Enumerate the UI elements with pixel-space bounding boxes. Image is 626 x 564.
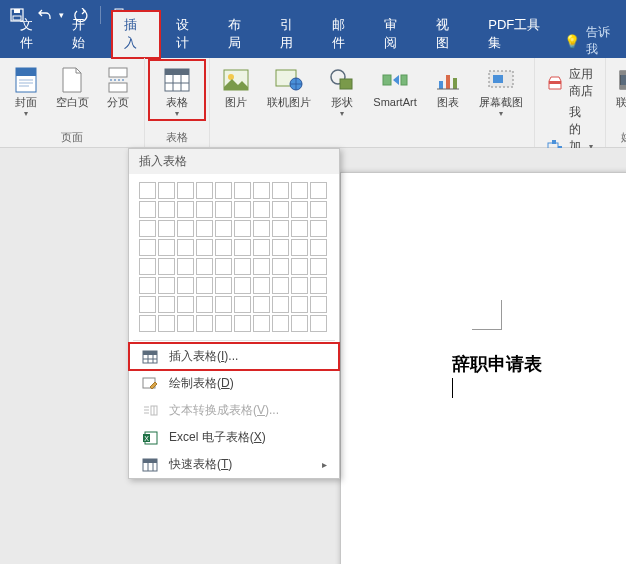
grid-cell[interactable] xyxy=(177,201,194,218)
grid-cell[interactable] xyxy=(310,258,327,275)
grid-cell[interactable] xyxy=(177,258,194,275)
grid-cell[interactable] xyxy=(234,182,251,199)
grid-cell[interactable] xyxy=(139,182,156,199)
grid-cell[interactable] xyxy=(291,220,308,237)
grid-cell[interactable] xyxy=(139,239,156,256)
grid-cell[interactable] xyxy=(158,258,175,275)
tab-layout[interactable]: 布局 xyxy=(216,11,264,58)
tell-me-label[interactable]: 告诉我 xyxy=(586,24,618,58)
grid-cell[interactable] xyxy=(177,296,194,313)
grid-cell[interactable] xyxy=(291,277,308,294)
grid-cell[interactable] xyxy=(310,296,327,313)
grid-cell[interactable] xyxy=(177,315,194,332)
grid-cell[interactable] xyxy=(234,258,251,275)
grid-cell[interactable] xyxy=(234,277,251,294)
tab-home[interactable]: 开始 xyxy=(60,11,108,58)
grid-cell[interactable] xyxy=(253,239,270,256)
grid-cell[interactable] xyxy=(196,315,213,332)
grid-cell[interactable] xyxy=(272,201,289,218)
grid-cell[interactable] xyxy=(291,182,308,199)
grid-cell[interactable] xyxy=(177,239,194,256)
smartart-button[interactable]: SmartArt xyxy=(368,62,422,109)
grid-cell[interactable] xyxy=(272,220,289,237)
insert-table-menu-item[interactable]: 插入表格(I)... xyxy=(129,343,339,370)
grid-cell[interactable] xyxy=(272,239,289,256)
grid-cell[interactable] xyxy=(215,182,232,199)
tab-insert[interactable]: 插入 xyxy=(112,11,160,58)
grid-cell[interactable] xyxy=(234,220,251,237)
grid-cell[interactable] xyxy=(215,315,232,332)
grid-cell[interactable] xyxy=(139,220,156,237)
draw-table-menu-item[interactable]: 绘制表格(D) xyxy=(129,370,339,397)
grid-cell[interactable] xyxy=(196,220,213,237)
grid-cell[interactable] xyxy=(158,201,175,218)
grid-cell[interactable] xyxy=(139,201,156,218)
tab-review[interactable]: 审阅 xyxy=(372,11,420,58)
grid-cell[interactable] xyxy=(291,315,308,332)
page-break-button[interactable]: 分页 xyxy=(98,62,138,109)
grid-cell[interactable] xyxy=(310,220,327,237)
grid-cell[interactable] xyxy=(196,239,213,256)
grid-cell[interactable] xyxy=(158,296,175,313)
grid-cell[interactable] xyxy=(196,201,213,218)
grid-cell[interactable] xyxy=(310,315,327,332)
quick-tables-menu-item[interactable]: 快速表格(T) ▸ xyxy=(129,451,339,478)
grid-cell[interactable] xyxy=(310,277,327,294)
grid-cell[interactable] xyxy=(215,296,232,313)
grid-cell[interactable] xyxy=(139,315,156,332)
tab-design[interactable]: 设计 xyxy=(164,11,212,58)
grid-cell[interactable] xyxy=(196,277,213,294)
grid-cell[interactable] xyxy=(234,315,251,332)
grid-cell[interactable] xyxy=(177,277,194,294)
grid-cell[interactable] xyxy=(177,220,194,237)
grid-cell[interactable] xyxy=(215,277,232,294)
pictures-button[interactable]: 图片 xyxy=(216,62,256,109)
grid-cell[interactable] xyxy=(253,182,270,199)
grid-cell[interactable] xyxy=(158,220,175,237)
grid-cell[interactable] xyxy=(253,201,270,218)
grid-cell[interactable] xyxy=(139,296,156,313)
grid-cell[interactable] xyxy=(253,277,270,294)
online-video-button[interactable]: 联机视 xyxy=(612,62,626,109)
grid-cell[interactable] xyxy=(310,201,327,218)
blank-page-button[interactable]: 空白页 xyxy=(52,62,92,109)
grid-cell[interactable] xyxy=(272,315,289,332)
grid-cell[interactable] xyxy=(272,296,289,313)
tab-pdf-tools[interactable]: PDF工具集 xyxy=(476,11,560,58)
store-button[interactable]: 应用商店 xyxy=(547,66,593,100)
grid-cell[interactable] xyxy=(177,182,194,199)
grid-cell[interactable] xyxy=(196,182,213,199)
grid-cell[interactable] xyxy=(310,239,327,256)
table-button[interactable]: 表格 ▾ xyxy=(151,62,203,118)
tab-view[interactable]: 视图 xyxy=(424,11,472,58)
grid-cell[interactable] xyxy=(291,201,308,218)
grid-cell[interactable] xyxy=(291,239,308,256)
grid-cell[interactable] xyxy=(272,277,289,294)
grid-cell[interactable] xyxy=(234,296,251,313)
grid-cell[interactable] xyxy=(234,239,251,256)
screenshot-button[interactable]: 屏幕截图 ▾ xyxy=(474,62,528,118)
grid-cell[interactable] xyxy=(158,277,175,294)
excel-spreadsheet-menu-item[interactable]: X Excel 电子表格(X) xyxy=(129,424,339,451)
grid-cell[interactable] xyxy=(158,182,175,199)
grid-cell[interactable] xyxy=(253,315,270,332)
grid-cell[interactable] xyxy=(272,258,289,275)
grid-cell[interactable] xyxy=(215,258,232,275)
grid-cell[interactable] xyxy=(310,182,327,199)
chart-button[interactable]: 图表 xyxy=(428,62,468,109)
online-pictures-button[interactable]: 联机图片 xyxy=(262,62,316,109)
cover-page-button[interactable]: 封面 ▾ xyxy=(6,62,46,118)
grid-cell[interactable] xyxy=(234,201,251,218)
grid-cell[interactable] xyxy=(253,296,270,313)
grid-cell[interactable] xyxy=(158,239,175,256)
grid-cell[interactable] xyxy=(196,258,213,275)
tab-file[interactable]: 文件 xyxy=(8,11,56,58)
grid-cell[interactable] xyxy=(215,220,232,237)
table-size-grid[interactable] xyxy=(129,174,339,338)
grid-cell[interactable] xyxy=(196,296,213,313)
grid-cell[interactable] xyxy=(272,182,289,199)
grid-cell[interactable] xyxy=(215,239,232,256)
grid-cell[interactable] xyxy=(291,258,308,275)
grid-cell[interactable] xyxy=(253,258,270,275)
tab-references[interactable]: 引用 xyxy=(268,11,316,58)
